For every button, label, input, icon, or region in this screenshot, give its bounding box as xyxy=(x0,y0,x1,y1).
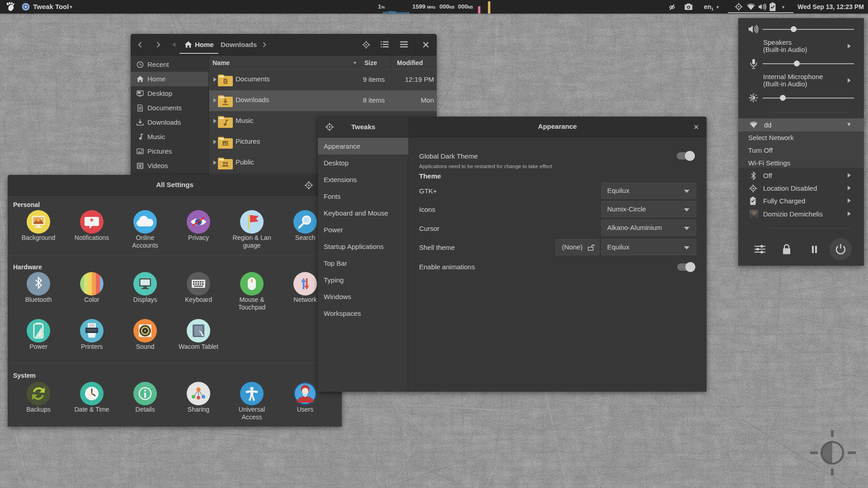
svg-text:*: * xyxy=(90,216,94,226)
